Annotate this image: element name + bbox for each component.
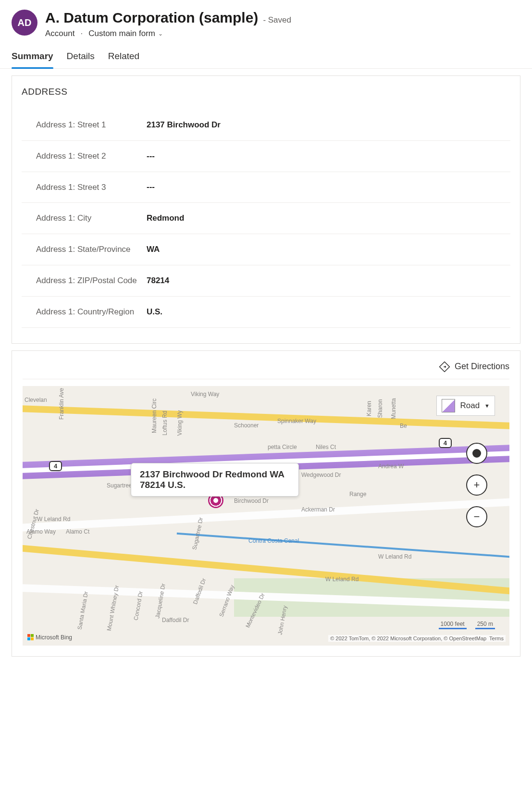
- street-label: Sharon: [377, 399, 384, 418]
- map-canal: [177, 532, 509, 558]
- zoom-in-button[interactable]: +: [466, 474, 487, 496]
- street-label: Serrano Way: [218, 584, 235, 617]
- street-label: Daffodil Dr: [162, 617, 189, 623]
- section-title: ADDRESS: [22, 87, 510, 97]
- field-value: 2137 Birchwood Dr: [147, 120, 221, 130]
- bing-label: Microsoft Bing: [36, 634, 72, 641]
- map-infobox[interactable]: 2137 Birchwood Dr Redmond WA 78214 U.S.: [131, 463, 299, 497]
- street-label: W Leland Rd: [37, 516, 70, 523]
- street-label: Ackerman Dr: [301, 506, 335, 513]
- field-label: Address 1: ZIP/Postal Code: [36, 275, 147, 287]
- street-label: Viking Wy: [176, 410, 183, 436]
- field-value: U.S.: [147, 307, 162, 317]
- microsoft-icon: [27, 634, 34, 640]
- street-label: W Leland Rd: [325, 576, 359, 583]
- field-country[interactable]: Address 1: Country/Region U.S.: [22, 297, 510, 328]
- tab-related[interactable]: Related: [108, 51, 140, 68]
- street-label: Andrea W: [378, 463, 404, 470]
- bing-logo: Microsoft Bing: [27, 634, 72, 641]
- tab-summary[interactable]: Summary: [12, 51, 53, 68]
- street-label: Santa Maria Dr: [76, 591, 89, 630]
- field-street1[interactable]: Address 1: Street 1 2137 Birchwood Dr: [22, 110, 510, 141]
- field-value: ---: [147, 151, 155, 161]
- locate-me-button[interactable]: [466, 443, 487, 464]
- field-value: ---: [147, 182, 155, 192]
- street-label: Birchwood Dr: [234, 498, 269, 504]
- street-label: Sugartree: [107, 482, 132, 489]
- tab-details[interactable]: Details: [67, 51, 95, 68]
- saved-status: - Saved: [263, 15, 291, 25]
- attrib-ms: © 2022 Microsoft Corporation,: [371, 636, 442, 641]
- highway-shield: 4: [49, 461, 62, 471]
- tab-list: Summary Details Related: [0, 44, 532, 69]
- street-label: Maureen Circ: [151, 399, 158, 433]
- zoom-out-button[interactable]: −: [466, 506, 487, 527]
- field-street3[interactable]: Address 1: Street 3 ---: [22, 172, 510, 203]
- street-label: Schooner: [234, 422, 259, 429]
- map-canvas[interactable]: 4 4 Viking Way Schooner Spinnaker Way Fr…: [23, 386, 509, 646]
- caret-down-icon: ▼: [484, 403, 490, 409]
- canal-label: Contra Costa Canal: [248, 537, 299, 544]
- get-directions-link[interactable]: Get Directions: [455, 361, 509, 372]
- field-value: Redmond: [147, 213, 184, 223]
- street-label: Loftus Rd: [161, 411, 168, 435]
- record-title: A. Datum Corporation (sample): [45, 10, 258, 26]
- field-label: Address 1: State/Province: [36, 244, 147, 255]
- field-value: WA: [147, 245, 160, 254]
- address-section: ADDRESS Address 1: Street 1 2137 Birchwo…: [12, 75, 520, 344]
- field-zip[interactable]: Address 1: ZIP/Postal Code 78214: [22, 265, 510, 297]
- street-label: Viking Way: [191, 391, 219, 398]
- map-attribution: © 2022 TomTom, © 2022 Microsoft Corporat…: [328, 635, 506, 642]
- form-name: Custom main form: [88, 29, 155, 38]
- entity-label: Account: [45, 29, 74, 38]
- street-label: Jacqueline Dr: [154, 583, 167, 619]
- street-label: Range: [349, 491, 366, 498]
- scale-imperial: 1000 feet: [439, 621, 467, 629]
- street-label: Munetta: [390, 398, 397, 419]
- street-label: W Leland Rd: [378, 553, 411, 560]
- street-label: Wedgewood Dr: [301, 472, 341, 478]
- directions-icon: [439, 361, 450, 372]
- street-label: Franklin Ave: [58, 388, 65, 420]
- field-label: Address 1: Country/Region: [36, 306, 147, 318]
- street-label: Karen: [366, 401, 372, 416]
- field-label: Address 1: Street 3: [36, 182, 147, 193]
- map-style-icon: [442, 399, 455, 412]
- street-label: Clevelan: [25, 397, 47, 403]
- street-label: Spinnaker Way: [277, 418, 316, 424]
- street-label: Be: [400, 423, 407, 429]
- chevron-down-icon: ⌄: [158, 30, 163, 37]
- map-view-switcher[interactable]: Road ▼: [436, 396, 495, 416]
- field-label: Address 1: City: [36, 212, 147, 224]
- map-scale: 1000 feet 250 m: [439, 621, 495, 629]
- field-label: Address 1: Street 1: [36, 119, 147, 131]
- attrib-osm-link[interactable]: © OpenStreetMap: [444, 636, 486, 641]
- map-section: Get Directions 4 4 Viking Way Schooner S…: [12, 350, 520, 657]
- field-street2[interactable]: Address 1: Street 2 ---: [22, 141, 510, 172]
- field-state[interactable]: Address 1: State/Province WA: [22, 234, 510, 265]
- field-label: Address 1: Street 2: [36, 150, 147, 162]
- street-label: petta Circle: [268, 444, 297, 450]
- map-view-label: Road: [460, 401, 480, 411]
- attrib-tomtom: © 2022 TomTom,: [330, 636, 370, 641]
- record-header: AD A. Datum Corporation (sample) - Saved…: [0, 0, 532, 44]
- scale-metric: 250 m: [475, 621, 495, 629]
- field-value: 78214: [147, 276, 169, 286]
- attrib-terms-link[interactable]: Terms: [489, 636, 504, 641]
- field-city[interactable]: Address 1: City Redmond: [22, 203, 510, 234]
- separator-dot: ·: [80, 29, 83, 38]
- street-label: Niles Ct: [316, 444, 336, 450]
- highway-shield: 4: [439, 438, 452, 448]
- avatar: AD: [12, 10, 37, 36]
- street-label: Alamo Ct: [66, 528, 89, 535]
- form-selector[interactable]: Custom main form ⌄: [88, 29, 163, 38]
